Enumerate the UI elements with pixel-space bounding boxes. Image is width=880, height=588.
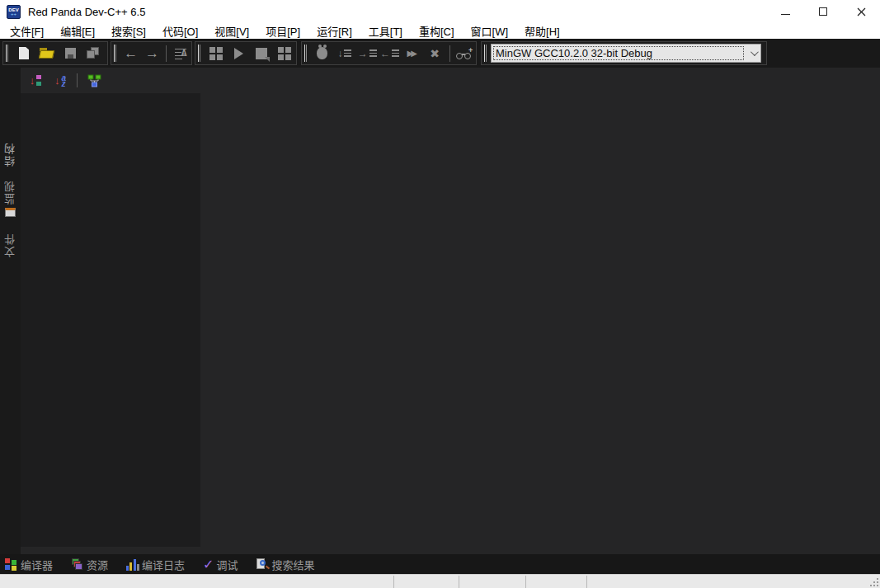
reformat-code-icon: A bbox=[175, 47, 187, 59]
menu-edit[interactable]: 编辑[E] bbox=[52, 22, 103, 40]
combo-dropdown-button[interactable] bbox=[746, 45, 760, 62]
compiler-set-value: MinGW GCC10.2.0 32-bit Debug bbox=[492, 47, 746, 59]
toolbar-grip[interactable] bbox=[114, 45, 116, 62]
forward-button[interactable]: → bbox=[142, 43, 163, 64]
bottom-tab-bar: 编译器 资源 编译日志 ✓ 调试 搜索结果 bbox=[0, 554, 880, 574]
compiler-set-toolbar-group: MinGW GCC10.2.0 32-bit Debug bbox=[481, 41, 767, 65]
compile-button[interactable] bbox=[205, 43, 228, 64]
save-all-button[interactable] bbox=[82, 43, 105, 64]
open-folder-icon bbox=[40, 48, 54, 59]
title-bar[interactable]: DEV ++ Red Panda Dev-C++ 6.5 bbox=[0, 0, 880, 23]
compile-run-icon bbox=[278, 47, 291, 60]
status-separator bbox=[525, 576, 526, 588]
menu-tools[interactable]: 工具[T] bbox=[360, 22, 411, 40]
sidebar-tab-structure[interactable]: 结构 bbox=[0, 137, 21, 172]
reformat-code-button[interactable]: A bbox=[170, 43, 191, 64]
toolbar-grip[interactable] bbox=[198, 45, 200, 62]
header-separator bbox=[77, 73, 78, 87]
menu-help[interactable]: 帮助[H] bbox=[516, 22, 568, 40]
window-title: Red Panda Dev-C++ 6.5 bbox=[28, 6, 145, 18]
new-file-button[interactable] bbox=[12, 43, 35, 64]
watch-window-icon bbox=[5, 208, 16, 217]
rebuild-button[interactable] bbox=[250, 43, 273, 64]
toolbar-grip[interactable] bbox=[304, 45, 307, 62]
sort-alpha-icon: ↓ az bbox=[54, 75, 66, 87]
chevron-down-icon bbox=[750, 48, 758, 56]
new-file-icon bbox=[19, 47, 29, 59]
menu-file[interactable]: 文件[F] bbox=[2, 22, 52, 40]
step-into-button[interactable]: → bbox=[356, 43, 379, 64]
menu-code[interactable]: 代码[O] bbox=[154, 22, 206, 40]
class-hierarchy-icon bbox=[87, 74, 101, 87]
resize-grip-icon[interactable] bbox=[869, 577, 879, 587]
status-separator bbox=[393, 576, 394, 588]
maximize-icon bbox=[819, 7, 827, 16]
close-icon bbox=[857, 7, 866, 16]
step-over-icon: ↓ bbox=[337, 49, 351, 59]
menu-run[interactable]: 运行[R] bbox=[308, 22, 360, 40]
step-out-icon: ← bbox=[380, 49, 399, 59]
compile-run-button[interactable] bbox=[273, 43, 296, 64]
compiler-set-select[interactable]: MinGW GCC10.2.0 32-bit Debug bbox=[491, 44, 761, 63]
menu-view[interactable]: 视图[V] bbox=[206, 22, 257, 40]
continue-button[interactable]: ▶▶ bbox=[401, 43, 423, 64]
debug-bug-icon bbox=[317, 47, 327, 59]
class-hierarchy-button[interactable] bbox=[84, 71, 104, 91]
nav-toolbar-group: ← → A bbox=[111, 41, 192, 65]
tab-debug[interactable]: ✓ 调试 bbox=[203, 557, 238, 572]
app-icon-plus: ++ bbox=[11, 12, 16, 16]
content-area: 结构 监视 文件 ↓ ↓ az bbox=[0, 68, 880, 554]
window-controls bbox=[766, 0, 880, 23]
status-separator bbox=[586, 576, 587, 588]
sort-by-type-button[interactable]: ↓ bbox=[26, 71, 45, 91]
tab-resources[interactable]: 资源 bbox=[71, 557, 108, 572]
maximize-button[interactable] bbox=[804, 0, 842, 23]
tab-compile-log[interactable]: 编译日志 bbox=[126, 557, 185, 572]
step-over-button[interactable]: ↓ bbox=[333, 43, 355, 64]
search-results-tab-icon bbox=[256, 558, 269, 571]
back-button[interactable]: ← bbox=[120, 43, 142, 64]
compiler-tab-icon bbox=[5, 558, 18, 571]
save-button[interactable] bbox=[59, 43, 82, 64]
menu-window[interactable]: 窗口[W] bbox=[463, 22, 517, 40]
minimize-icon bbox=[781, 14, 790, 15]
app-window: DEV ++ Red Panda Dev-C++ 6.5 文件[F] 编辑[E]… bbox=[0, 0, 880, 588]
step-out-button[interactable]: ← bbox=[379, 43, 401, 64]
minimize-button[interactable] bbox=[766, 0, 804, 23]
step-into-icon: → bbox=[358, 49, 377, 59]
compile-log-tab-icon bbox=[126, 558, 139, 571]
run-button[interactable] bbox=[228, 43, 251, 64]
menu-project[interactable]: 项目[P] bbox=[257, 22, 308, 40]
stop-execution-button[interactable]: ✖ bbox=[423, 43, 445, 64]
tab-search-results[interactable]: 搜索结果 bbox=[256, 557, 314, 572]
debug-tab-icon: ✓ bbox=[203, 558, 214, 571]
debug-button[interactable] bbox=[311, 43, 333, 64]
save-all-icon bbox=[87, 47, 100, 59]
left-tab-strip: 结构 监视 文件 bbox=[0, 68, 21, 554]
resources-tab-icon bbox=[71, 558, 84, 571]
close-button[interactable] bbox=[842, 0, 880, 23]
menu-refactor[interactable]: 重构[C] bbox=[411, 22, 463, 40]
toolbar-separator bbox=[166, 45, 167, 62]
menu-search[interactable]: 搜索[S] bbox=[103, 22, 154, 40]
add-watch-button[interactable]: + bbox=[454, 43, 476, 64]
compile-icon bbox=[209, 47, 223, 60]
file-toolbar-group bbox=[2, 41, 108, 65]
toolbar-grip[interactable] bbox=[484, 45, 487, 62]
add-watch-icon: + bbox=[456, 48, 473, 59]
continue-icon: ▶▶ bbox=[407, 49, 417, 58]
structure-panel bbox=[21, 93, 200, 547]
tab-compiler[interactable]: 编译器 bbox=[5, 557, 53, 572]
stop-icon: ✖ bbox=[430, 47, 440, 60]
sort-alphabetically-button[interactable]: ↓ az bbox=[50, 71, 70, 91]
sidebar-tab-files[interactable]: 文件 bbox=[0, 228, 21, 262]
back-arrow-icon: ← bbox=[124, 46, 138, 60]
toolbar-separator bbox=[449, 45, 450, 62]
sidebar-tab-watch[interactable]: 监视 bbox=[0, 175, 21, 221]
sort-by-type-icon: ↓ bbox=[30, 75, 42, 86]
open-file-button[interactable] bbox=[35, 43, 59, 64]
build-toolbar-group bbox=[195, 41, 297, 65]
toolbar-grip[interactable] bbox=[6, 45, 8, 62]
save-icon bbox=[65, 48, 76, 59]
run-icon bbox=[234, 48, 243, 59]
